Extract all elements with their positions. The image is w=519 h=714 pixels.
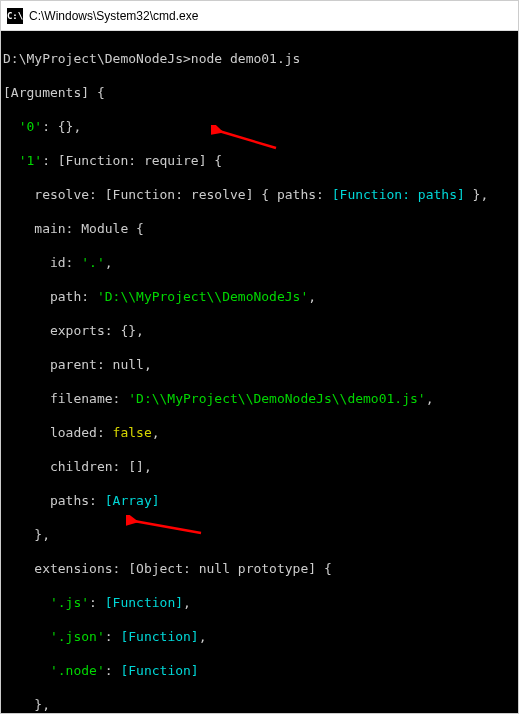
output-line: resolve: [Function: resolve] { paths: [F… <box>3 186 518 203</box>
annotation-arrow-icon <box>211 91 281 187</box>
output-line: paths: [Array] <box>3 492 518 509</box>
output-line: '0': {}, <box>3 118 518 135</box>
output-line: main: Module { <box>3 220 518 237</box>
output-line: '.js': [Function], <box>3 594 518 611</box>
output-line: '.node': [Function] <box>3 662 518 679</box>
cmd-icon: C:\ <box>7 8 23 24</box>
output-line: }, <box>3 526 518 543</box>
output-line: [Arguments] { <box>3 84 518 101</box>
output-line: id: '.', <box>3 254 518 271</box>
output-line: children: [], <box>3 458 518 475</box>
output-line: filename: 'D:\\MyProject\\DemoNodeJs\\de… <box>3 390 518 407</box>
output-line: parent: null, <box>3 356 518 373</box>
output-line: '.json': [Function], <box>3 628 518 645</box>
output-line: extensions: [Object: null prototype] { <box>3 560 518 577</box>
cmd-window: C:\ C:\Windows\System32\cmd.exe D:\MyPro… <box>0 0 519 714</box>
terminal-output[interactable]: D:\MyProject\DemoNodeJs>node demo01.js [… <box>1 31 518 713</box>
title-bar[interactable]: C:\ C:\Windows\System32\cmd.exe <box>1 1 518 31</box>
output-line: }, <box>3 696 518 713</box>
output-line: '1': [Function: require] { <box>3 152 518 169</box>
output-line: loaded: false, <box>3 424 518 441</box>
output-line: exports: {}, <box>3 322 518 339</box>
output-line: path: 'D:\\MyProject\\DemoNodeJs', <box>3 288 518 305</box>
window-title: C:\Windows\System32\cmd.exe <box>29 9 198 23</box>
prompt-line: D:\MyProject\DemoNodeJs>node demo01.js <box>3 50 518 67</box>
